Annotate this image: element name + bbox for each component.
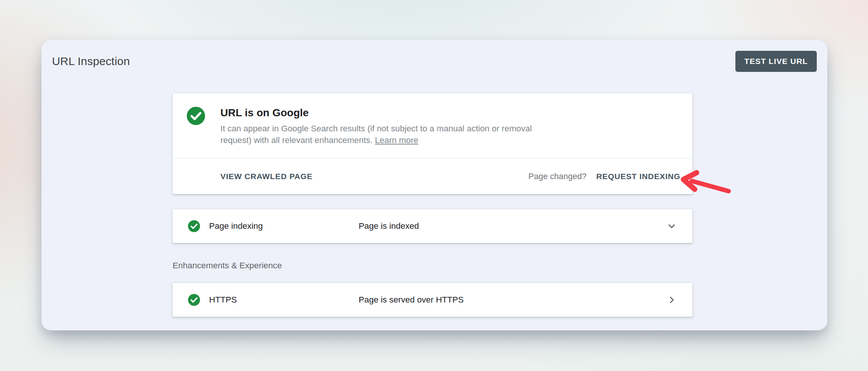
test-live-url-button[interactable]: TEST LIVE URL bbox=[735, 51, 817, 72]
page-indexing-row[interactable]: Page indexing Page is indexed bbox=[173, 209, 692, 243]
https-row[interactable]: HTTPS Page is served over HTTPS bbox=[173, 283, 692, 317]
url-inspection-panel: URL Inspection TEST LIVE URL URL is on G… bbox=[41, 40, 827, 330]
verdict-description: It can appear in Google Search results (… bbox=[220, 123, 556, 146]
page-title: URL Inspection bbox=[52, 55, 130, 68]
https-label: HTTPS bbox=[209, 295, 237, 305]
verdict-main: URL is on Google It can appear in Google… bbox=[173, 93, 692, 158]
check-circle-icon bbox=[186, 106, 206, 126]
check-circle-icon bbox=[188, 293, 200, 306]
chevron-down-icon[interactable] bbox=[666, 220, 677, 232]
desktop-background: URL Inspection TEST LIVE URL URL is on G… bbox=[0, 0, 868, 371]
page-indexing-label: Page indexing bbox=[209, 221, 263, 231]
chevron-right-icon[interactable] bbox=[666, 294, 677, 306]
page-changed-label: Page changed? bbox=[529, 172, 587, 181]
check-circle-icon bbox=[188, 220, 200, 233]
verdict-card: URL is on Google It can appear in Google… bbox=[173, 93, 692, 194]
verdict-actions-bar: VIEW CRAWLED PAGE Page changed? REQUEST … bbox=[173, 158, 692, 194]
page-indexing-status: Page is indexed bbox=[359, 221, 419, 231]
learn-more-link[interactable]: Learn more bbox=[375, 135, 418, 145]
enhancements-section-label: Enhancements & Experience bbox=[173, 261, 282, 271]
request-indexing-button[interactable]: REQUEST INDEXING bbox=[596, 172, 680, 181]
https-status: Page is served over HTTPS bbox=[359, 295, 464, 305]
view-crawled-page-button[interactable]: VIEW CRAWLED PAGE bbox=[220, 172, 313, 181]
verdict-title: URL is on Google bbox=[220, 107, 309, 119]
verdict-actions-right: Page changed? REQUEST INDEXING bbox=[529, 172, 680, 181]
